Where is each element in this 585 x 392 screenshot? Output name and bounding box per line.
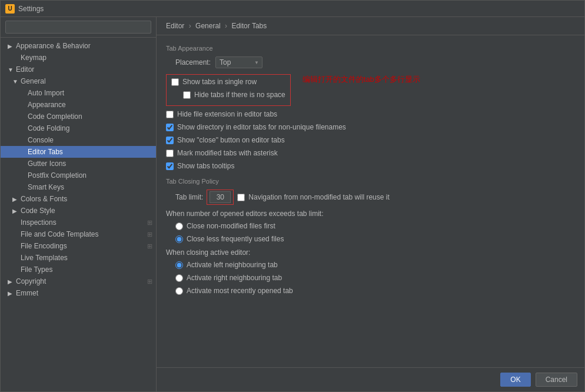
sidebar-item-label: File and Code Templates <box>21 230 99 238</box>
sidebar-item-label: Console <box>28 136 54 144</box>
sidebar-item-label: Live Templates <box>21 254 68 262</box>
tab-closing-section: Tab Closing Policy Tab limit: Navigation… <box>166 178 575 295</box>
option-close-less-frequent: Close less frequently used files <box>175 234 575 244</box>
sidebar-item-general[interactable]: ▼ General <box>1 75 156 87</box>
hide-file-extension-checkbox[interactable] <box>166 111 174 118</box>
show-close-button-label: Show "close" button on editor tabs <box>177 136 285 144</box>
sidebar-item-auto-import[interactable]: Auto Import <box>1 87 156 99</box>
option-show-tabs-single-row: Show tabs in single row <box>171 77 285 87</box>
search-box <box>1 17 156 38</box>
mark-modified-label: Mark modified tabs with asterisk <box>177 149 278 157</box>
sidebar-item-code-completion[interactable]: Code Completion <box>1 111 156 122</box>
show-directory-checkbox[interactable] <box>166 124 174 131</box>
window-title: Settings <box>18 5 44 13</box>
tab-closing-section-label: Tab Closing Policy <box>166 178 575 185</box>
show-tooltips-checkbox[interactable] <box>166 162 174 170</box>
close-options: Close non-modified files first Close les… <box>175 221 575 244</box>
sidebar-item-emmet[interactable]: ▶ Emmet <box>1 287 156 299</box>
close-non-modified-radio[interactable] <box>175 222 183 230</box>
sidebar-item-label: File Encodings <box>21 242 67 250</box>
app-icon: U <box>5 4 15 14</box>
nav-reuse-label: Navigation from non-modified tab will re… <box>248 193 389 201</box>
sidebar-item-label: Inspections <box>21 218 56 227</box>
sidebar: ▶ Appearance & Behavior Keymap ▼ Editor … <box>1 17 157 391</box>
tab-limit-box <box>207 190 234 205</box>
sidebar-item-file-types[interactable]: File Types <box>1 264 156 275</box>
settings-icon: ⊞ <box>147 278 152 285</box>
sidebar-item-code-folding[interactable]: Code Folding <box>1 122 156 134</box>
option-activate-recent: Activate most recently opened tab <box>175 286 575 295</box>
arrow-icon: ▼ <box>8 67 14 73</box>
close-less-frequent-radio[interactable] <box>175 235 183 243</box>
hide-file-extension-label: Hide file extension in editor tabs <box>177 110 277 118</box>
sidebar-item-label: Auto Import <box>28 89 64 97</box>
mark-modified-checkbox[interactable] <box>166 150 174 157</box>
arrow-icon: ▶ <box>12 208 18 214</box>
sidebar-item-console[interactable]: Console <box>1 134 156 146</box>
sidebar-item-label: Appearance & Behavior <box>16 42 91 50</box>
title-bar: U Settings <box>1 1 584 17</box>
sidebar-item-code-style[interactable]: ▶ Code Style <box>1 205 156 217</box>
placement-select[interactable]: Top Bottom Left Right None <box>215 57 262 68</box>
option-close-non-modified: Close non-modified files first <box>175 221 575 231</box>
sidebar-item-gutter-icons[interactable]: Gutter Icons <box>1 158 156 170</box>
show-tabs-single-row-checkbox[interactable] <box>171 78 179 86</box>
settings-icon: ⊞ <box>147 242 152 250</box>
tab-appearance-section-label: Tab Appearance <box>166 45 575 52</box>
show-close-button-checkbox[interactable] <box>166 137 174 144</box>
sidebar-item-colors-fonts[interactable]: ▶ Colors & Fonts <box>1 193 156 205</box>
placement-select-wrapper: Top Bottom Left Right None <box>215 57 262 68</box>
hide-tabs-no-space-checkbox[interactable] <box>183 91 191 99</box>
sidebar-item-copyright[interactable]: ▶ Copyright ⊞ <box>1 275 156 287</box>
ok-button[interactable]: OK <box>500 373 530 387</box>
sidebar-item-label: Keymap <box>21 54 46 62</box>
close-less-frequent-label: Close less frequently used files <box>187 235 284 243</box>
when-exceeds-label: When number of opened editors exceeds ta… <box>166 210 575 218</box>
option-show-close-button: Show "close" button on editor tabs <box>166 135 575 145</box>
arrow-icon: ▶ <box>8 290 14 297</box>
cancel-button[interactable]: Cancel <box>536 373 577 387</box>
sidebar-item-label: Code Style <box>21 207 55 215</box>
redbox-row: Show tabs in single row Hide tabs if the… <box>166 74 575 109</box>
tab-limit-label: Tab limit: <box>175 193 203 201</box>
sidebar-item-label: Copyright <box>16 277 46 285</box>
tab-limit-input[interactable] <box>210 191 231 203</box>
sidebar-item-smart-keys[interactable]: Smart Keys <box>1 181 156 193</box>
search-input[interactable] <box>5 21 151 34</box>
activate-right-radio[interactable] <box>175 274 183 282</box>
sidebar-item-appearance[interactable]: Appearance <box>1 99 156 111</box>
close-non-modified-label: Close non-modified files first <box>187 222 275 230</box>
sidebar-item-live-templates[interactable]: Live Templates <box>1 252 156 264</box>
sidebar-item-keymap[interactable]: Keymap <box>1 52 156 64</box>
arrow-icon: ▶ <box>8 43 14 49</box>
placement-label: Placement: <box>175 58 211 67</box>
arrow-icon: ▶ <box>12 196 18 202</box>
activate-recent-label: Activate most recently opened tab <box>187 287 293 295</box>
sidebar-item-label: File Types <box>21 265 52 274</box>
sidebar-item-editor-tabs[interactable]: Editor Tabs <box>1 146 156 158</box>
tab-limit-row: Tab limit: Navigation from non-modified … <box>175 190 575 205</box>
sidebar-item-file-encodings[interactable]: File Encodings ⊞ <box>1 240 156 252</box>
sidebar-item-postfix-completion[interactable]: Postfix Completion <box>1 170 156 181</box>
option-show-tooltips: Show tabs tooltips <box>166 161 575 171</box>
activate-recent-radio[interactable] <box>175 287 183 295</box>
sidebar-item-label: Appearance <box>28 101 66 109</box>
content-area: Editor › General › Editor Tabs Tab Appea… <box>157 17 584 391</box>
sidebar-item-label: General <box>21 77 46 85</box>
redbox: Show tabs in single row Hide tabs if the… <box>166 74 291 106</box>
nav-reuse-checkbox[interactable] <box>237 194 245 201</box>
sidebar-item-appearance-behavior[interactable]: ▶ Appearance & Behavior <box>1 40 156 52</box>
sidebar-item-label: Editor <box>16 65 34 74</box>
sidebar-item-file-code-templates[interactable]: File and Code Templates ⊞ <box>1 228 156 240</box>
activate-left-radio[interactable] <box>175 261 183 269</box>
breadcrumb-editor: Editor <box>166 22 184 30</box>
option-hide-tabs-no-space: Hide tabs if there is no space <box>171 90 285 99</box>
sidebar-item-editor[interactable]: ▼ Editor <box>1 64 156 75</box>
sidebar-item-inspections[interactable]: Inspections ⊞ <box>1 217 156 228</box>
breadcrumb-sep2: › <box>225 22 227 30</box>
main-content: ▶ Appearance & Behavior Keymap ▼ Editor … <box>1 17 584 391</box>
settings-icon: ⊞ <box>147 231 152 238</box>
settings-panel: Tab Appearance Placement: Top Bottom Lef… <box>157 35 584 367</box>
breadcrumb: Editor › General › Editor Tabs <box>157 17 584 35</box>
sidebar-item-label: Gutter Icons <box>28 160 66 168</box>
